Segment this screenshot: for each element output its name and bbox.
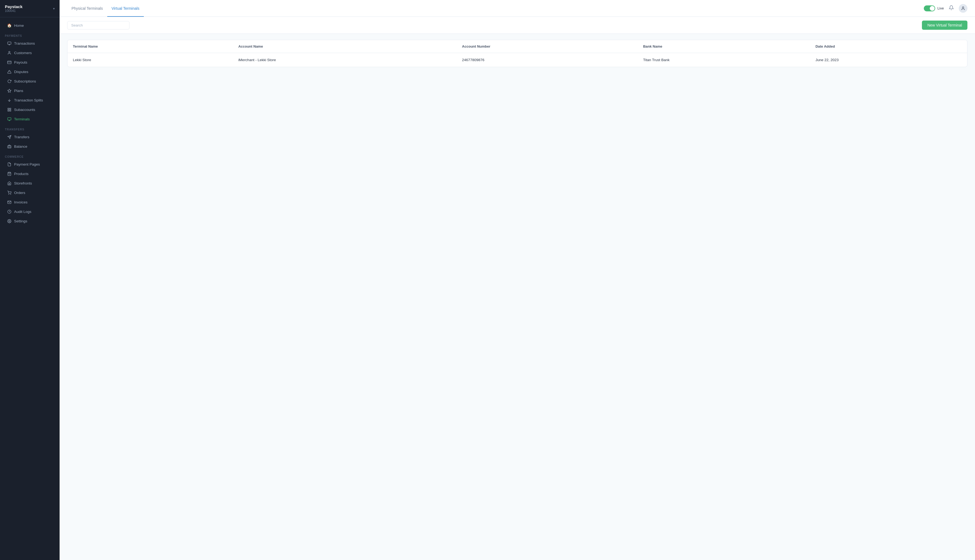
sidebar-item-label: Products: [14, 172, 28, 176]
svg-point-3: [9, 51, 10, 52]
table-row[interactable]: Lekki Store iMerchant - Lekki Store 2467…: [67, 53, 967, 67]
sidebar-header[interactable]: Paystack 100041 ▾: [0, 0, 60, 17]
invoices-icon: [7, 200, 12, 204]
col-terminal-name: Terminal Name: [67, 40, 233, 53]
svg-rect-10: [8, 108, 9, 109]
sidebar-item-label: Subscriptions: [14, 79, 36, 83]
products-icon: [7, 172, 12, 176]
section-payments: PAYMENTS: [0, 30, 60, 38]
section-commerce: COMMERCE: [0, 151, 60, 159]
sidebar-item-home[interactable]: 🏠 Home: [2, 21, 57, 30]
sidebar-item-subscriptions[interactable]: Subscriptions: [2, 77, 57, 86]
sidebar-item-label: Transactions: [14, 42, 35, 45]
col-account-number: Account Number: [457, 40, 638, 53]
sidebar-item-label: Balance: [14, 145, 27, 148]
subscriptions-icon: [7, 79, 12, 83]
notifications-icon[interactable]: [949, 5, 954, 12]
sidebar-item-balance[interactable]: Balance: [2, 142, 57, 151]
svg-marker-8: [8, 89, 11, 92]
col-account-name: Account Name: [233, 40, 457, 53]
orders-icon: [7, 190, 12, 195]
sidebar-item-label: Payment Pages: [14, 162, 40, 167]
sidebar-item-audit-logs[interactable]: Audit Logs: [2, 207, 57, 216]
cell-bank-name: Titan Trust Bank: [637, 53, 810, 67]
sidebar-item-transaction-splits[interactable]: Transaction Splits: [2, 95, 57, 105]
col-date-added: Date Added: [810, 40, 967, 53]
sidebar-item-payouts[interactable]: Payouts: [2, 58, 57, 67]
sidebar-item-label: Audit Logs: [14, 210, 32, 214]
settings-icon: [7, 219, 12, 223]
svg-rect-4: [7, 61, 11, 63]
sidebar-item-invoices[interactable]: Invoices: [2, 197, 57, 207]
terminals-table-container: Terminal Name Account Name Account Numbe…: [67, 40, 967, 67]
chevron-down-icon: ▾: [53, 7, 55, 10]
terminals-icon: [7, 117, 12, 121]
sidebar-item-disputes[interactable]: Disputes: [2, 67, 57, 76]
topbar-right: Live: [924, 4, 967, 13]
svg-rect-11: [10, 108, 10, 109]
sidebar-item-label: Terminals: [14, 117, 30, 121]
svg-rect-12: [10, 110, 10, 111]
subaccounts-icon: [7, 107, 12, 112]
sidebar-item-transfers[interactable]: Transfers: [2, 132, 57, 142]
sidebar-item-label: Plans: [14, 89, 23, 93]
company-id: 100041: [5, 9, 22, 13]
svg-point-23: [962, 7, 963, 8]
live-label: Live: [937, 6, 944, 10]
sidebar-item-transactions[interactable]: Transactions: [2, 39, 57, 48]
sidebar-nav: 🏠 Home PAYMENTS Transactions Customers P…: [0, 17, 60, 560]
sidebar: Paystack 100041 ▾ 🏠 Home PAYMENTS Transa…: [0, 0, 60, 560]
sidebar-item-subaccounts[interactable]: Subaccounts: [2, 105, 57, 114]
company-name: Paystack: [5, 4, 22, 9]
tab-virtual-terminals[interactable]: Virtual Terminals: [107, 0, 144, 17]
sidebar-item-label: Transfers: [14, 135, 30, 139]
tabs: Physical Terminals Virtual Terminals: [67, 0, 144, 17]
svg-point-22: [9, 220, 10, 222]
customers-icon: [7, 51, 12, 55]
sidebar-item-settings[interactable]: Settings: [2, 217, 57, 226]
home-icon: 🏠: [7, 23, 12, 28]
payouts-icon: [7, 60, 12, 64]
sidebar-item-payment-pages[interactable]: Payment Pages: [2, 160, 57, 169]
table-area: Terminal Name Account Name Account Numbe…: [60, 34, 975, 560]
sidebar-item-storefronts[interactable]: Storefronts: [2, 178, 57, 188]
sidebar-item-label: Home: [14, 23, 24, 28]
section-transfers: TRANSFERS: [0, 124, 60, 132]
col-bank-name: Bank Name: [637, 40, 810, 53]
sidebar-item-label: Disputes: [14, 70, 28, 74]
balance-icon: [7, 144, 12, 148]
live-toggle[interactable]: [924, 5, 935, 12]
svg-rect-17: [8, 145, 11, 148]
live-toggle-container: Live: [924, 5, 944, 12]
tab-physical-terminals[interactable]: Physical Terminals: [67, 0, 107, 17]
sidebar-item-label: Invoices: [14, 200, 28, 204]
sidebar-item-plans[interactable]: Plans: [2, 86, 57, 95]
sidebar-item-label: Orders: [14, 191, 25, 195]
search-input[interactable]: [67, 21, 129, 30]
svg-rect-14: [8, 117, 11, 120]
sidebar-item-products[interactable]: Products: [2, 169, 57, 178]
sidebar-item-orders[interactable]: Orders: [2, 188, 57, 197]
sidebar-item-label: Storefronts: [14, 181, 32, 185]
tab-label: Physical Terminals: [72, 6, 103, 10]
cell-date-added: June 22, 2023: [810, 53, 967, 67]
tab-label: Virtual Terminals: [112, 6, 139, 10]
cell-terminal-name: Lekki Store: [67, 53, 233, 67]
toolbar: New Virtual Terminal: [60, 17, 975, 34]
table-header-row: Terminal Name Account Name Account Numbe…: [67, 40, 967, 53]
topbar: Physical Terminals Virtual Terminals Liv…: [60, 0, 975, 17]
payment-pages-icon: [7, 162, 12, 167]
company-info: Paystack 100041: [5, 4, 22, 13]
user-avatar[interactable]: [959, 4, 967, 13]
transaction-splits-icon: [7, 98, 12, 102]
sidebar-item-label: Customers: [14, 51, 32, 55]
main-content: Physical Terminals Virtual Terminals Liv…: [60, 0, 975, 560]
audit-logs-icon: [7, 209, 12, 214]
new-virtual-terminal-button[interactable]: New Virtual Terminal: [922, 20, 967, 30]
sidebar-item-terminals[interactable]: Terminals: [2, 115, 57, 123]
sidebar-item-customers[interactable]: Customers: [2, 48, 57, 57]
transactions-icon: [7, 41, 12, 45]
plans-icon: [7, 88, 12, 93]
sidebar-item-label: Transaction Splits: [14, 98, 43, 102]
terminals-table: Terminal Name Account Name Account Numbe…: [67, 40, 967, 67]
